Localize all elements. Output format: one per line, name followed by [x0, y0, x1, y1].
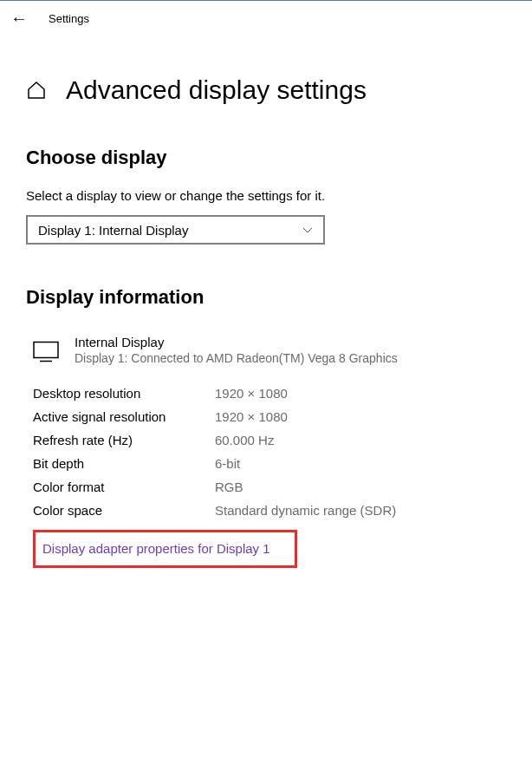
- display-select-dropdown[interactable]: Display 1: Internal Display: [26, 215, 325, 245]
- info-value: Standard dynamic range (SDR): [215, 503, 396, 518]
- window-title: Settings: [49, 12, 89, 25]
- highlight-box: Display adapter properties for Display 1: [33, 530, 297, 568]
- display-adapter-properties-link[interactable]: Display adapter properties for Display 1: [42, 541, 270, 556]
- table-row: Desktop resolution 1920 × 1080: [33, 386, 506, 401]
- info-value: RGB: [215, 480, 243, 494]
- info-label: Color format: [33, 480, 215, 494]
- info-value: 1920 × 1080: [215, 409, 288, 424]
- info-value: 60.000 Hz: [215, 433, 274, 447]
- table-row: Color space Standard dynamic range (SDR): [33, 503, 506, 518]
- info-label: Desktop resolution: [33, 386, 215, 401]
- info-value: 1920 × 1080: [215, 386, 288, 401]
- table-row: Refresh rate (Hz) 60.000 Hz: [33, 433, 506, 447]
- display-name: Internal Display: [75, 335, 398, 349]
- display-info-heading: Display information: [26, 286, 506, 309]
- display-card: Internal Display Display 1: Connected to…: [33, 335, 506, 365]
- home-icon[interactable]: [26, 80, 47, 101]
- page-title-row: Advanced display settings: [26, 75, 506, 105]
- choose-display-heading: Choose display: [26, 147, 506, 169]
- info-label: Bit depth: [33, 456, 215, 471]
- window-header: ← Settings: [0, 0, 532, 36]
- info-value: 6-bit: [215, 456, 240, 471]
- svg-rect-0: [34, 343, 58, 358]
- back-arrow-icon[interactable]: ←: [10, 10, 28, 27]
- page-title: Advanced display settings: [66, 75, 367, 105]
- display-connection-label: Display 1: Connected to AMD Radeon(TM) V…: [75, 351, 398, 365]
- table-row: Active signal resolution 1920 × 1080: [33, 409, 506, 424]
- dropdown-selected-value: Display 1: Internal Display: [38, 223, 188, 238]
- display-info-table: Desktop resolution 1920 × 1080 Active si…: [33, 386, 506, 568]
- choose-display-desc: Select a display to view or change the s…: [26, 188, 506, 203]
- info-label: Refresh rate (Hz): [33, 433, 215, 447]
- info-label: Color space: [33, 503, 215, 518]
- table-row: Bit depth 6-bit: [33, 456, 506, 471]
- monitor-icon: [33, 338, 59, 365]
- info-label: Active signal resolution: [33, 409, 215, 424]
- chevron-down-icon: [302, 225, 313, 235]
- table-row: Color format RGB: [33, 480, 506, 494]
